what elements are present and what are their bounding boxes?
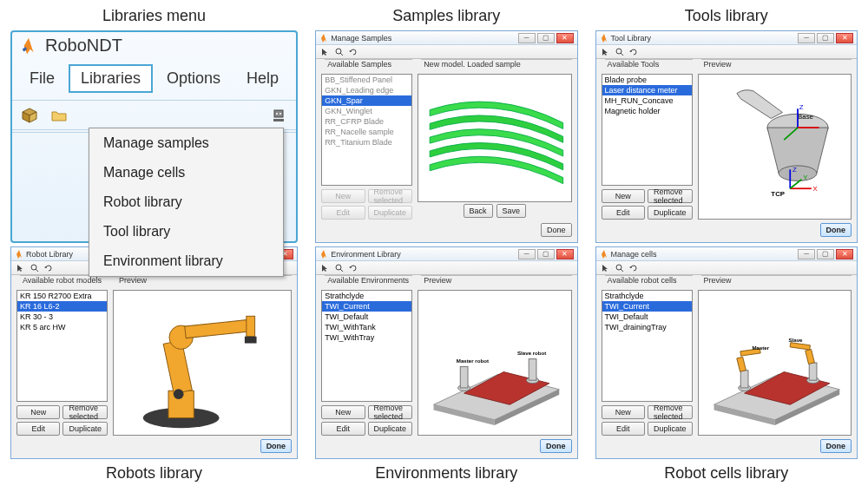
list-item[interactable]: RR_CFRP Blade xyxy=(322,116,411,127)
close-button[interactable]: ✕ xyxy=(556,33,574,43)
edit-button[interactable]: Edit xyxy=(321,422,365,436)
remove-button[interactable]: Remove selected xyxy=(368,189,413,203)
done-button[interactable]: Done xyxy=(820,439,852,453)
cube-icon[interactable] xyxy=(21,107,38,124)
new-button[interactable]: New xyxy=(16,405,60,419)
dropdown-robot-library[interactable]: Robot library xyxy=(89,187,283,217)
list-item[interactable]: KR 150 R2700 Extra xyxy=(17,291,107,301)
list-item[interactable]: TWI_drainingTray xyxy=(602,322,692,332)
maximize-button[interactable]: ▢ xyxy=(537,249,555,259)
close-button[interactable]: ✕ xyxy=(836,33,853,43)
list-item[interactable]: GKN_Leading edge xyxy=(322,85,411,95)
list-item[interactable]: Magnetic holder xyxy=(602,106,692,116)
dropdown-tool-library[interactable]: Tool library xyxy=(89,217,283,246)
list-item[interactable]: TWI_WithTank xyxy=(322,322,411,332)
list-item[interactable]: TWI_Current xyxy=(322,301,411,312)
robot-icon[interactable] xyxy=(270,107,287,124)
cursor-icon[interactable] xyxy=(321,48,330,56)
robots-list[interactable]: KR 150 R2700 ExtraKR 16 L6-2KR 30 - 3KR … xyxy=(16,290,108,402)
remove-button[interactable]: Remove selected xyxy=(648,405,693,419)
dropdown-manage-samples[interactable]: Manage samples xyxy=(89,128,283,158)
rotate-icon[interactable] xyxy=(629,48,638,56)
list-item[interactable]: TWI_Current xyxy=(602,301,692,312)
minimize-button[interactable]: ─ xyxy=(518,33,536,43)
maximize-button[interactable]: ▢ xyxy=(817,249,834,259)
new-button[interactable]: New xyxy=(321,405,365,419)
tools-list[interactable]: Blade probeLaser distance meterMH_RUN_Co… xyxy=(602,74,693,186)
list-item[interactable]: BB_Stiffened Panel xyxy=(322,75,411,85)
dropdown-manage-cells[interactable]: Manage cells xyxy=(89,158,283,187)
list-item[interactable]: MH_RUN_Concave xyxy=(602,95,692,106)
environments-list[interactable]: StrathclydeTWI_CurrentTWI_DefaultTWI_Wit… xyxy=(321,290,412,402)
caption-robots: Robots library xyxy=(10,463,298,484)
done-button[interactable]: Done xyxy=(260,439,293,453)
list-item[interactable]: KR 30 - 3 xyxy=(17,312,107,322)
zoom-icon[interactable] xyxy=(615,264,624,272)
done-button[interactable]: Done xyxy=(820,223,852,237)
remove-button[interactable]: Remove selected xyxy=(648,189,693,203)
menu-help[interactable]: Help xyxy=(234,64,291,93)
list-item[interactable]: TWI_Default xyxy=(602,312,692,322)
maximize-button[interactable]: ▢ xyxy=(817,33,834,43)
duplicate-button[interactable]: Duplicate xyxy=(368,422,413,436)
duplicate-button[interactable]: Duplicate xyxy=(648,422,693,436)
cursor-icon[interactable] xyxy=(602,264,610,272)
maximize-button[interactable]: ▢ xyxy=(537,33,555,43)
edit-button[interactable]: Edit xyxy=(602,206,645,220)
remove-button[interactable]: Remove selected xyxy=(368,405,413,419)
menu-file[interactable]: File xyxy=(17,64,67,93)
list-item[interactable]: Blade probe xyxy=(602,75,692,85)
cursor-icon[interactable] xyxy=(321,264,330,272)
list-item[interactable]: Strathclyde xyxy=(602,291,692,301)
samples-title: Manage Samples xyxy=(331,34,391,43)
folder-icon[interactable] xyxy=(50,107,68,124)
svg-rect-4 xyxy=(273,119,284,121)
zoom-icon[interactable] xyxy=(30,264,39,272)
list-item[interactable]: TWI_WithTray xyxy=(322,332,411,343)
list-item[interactable]: Strathclyde xyxy=(322,291,411,301)
back-button[interactable]: Back xyxy=(464,204,493,218)
minimize-button[interactable]: ─ xyxy=(798,249,815,259)
list-item[interactable]: TWI_Default xyxy=(322,312,411,322)
list-item[interactable]: KR 5 arc HW xyxy=(17,322,107,332)
zoom-icon[interactable] xyxy=(335,48,344,56)
minimize-button[interactable]: ─ xyxy=(798,33,815,43)
environments-title: Environment Library xyxy=(331,250,401,259)
zoom-icon[interactable] xyxy=(615,48,624,56)
new-button[interactable]: New xyxy=(321,189,365,203)
list-item[interactable]: GKN_Spar xyxy=(322,95,411,106)
save-button[interactable]: Save xyxy=(496,204,527,218)
duplicate-button[interactable]: Duplicate xyxy=(62,422,108,436)
close-button[interactable]: ✕ xyxy=(556,249,574,259)
cursor-icon[interactable] xyxy=(16,264,25,272)
rotate-icon[interactable] xyxy=(44,264,53,272)
rotate-icon[interactable] xyxy=(349,264,358,272)
edit-button[interactable]: Edit xyxy=(321,206,365,220)
cells-list[interactable]: StrathclydeTWI_CurrentTWI_DefaultTWI_dra… xyxy=(602,290,693,402)
new-button[interactable]: New xyxy=(602,189,645,203)
list-item[interactable]: GKN_Winglet xyxy=(322,106,411,116)
edit-button[interactable]: Edit xyxy=(602,422,645,436)
close-button[interactable]: ✕ xyxy=(836,249,853,259)
rotate-icon[interactable] xyxy=(629,264,638,272)
duplicate-button[interactable]: Duplicate xyxy=(368,206,413,220)
new-button[interactable]: New xyxy=(602,405,645,419)
duplicate-button[interactable]: Duplicate xyxy=(648,206,693,220)
samples-list[interactable]: BB_Stiffened PanelGKN_Leading edgeGKN_Sp… xyxy=(321,74,412,186)
tools-list-label: Available Tools xyxy=(605,59,693,69)
menu-libraries[interactable]: Libraries xyxy=(69,64,153,93)
list-item[interactable]: RR_Nacelle sample xyxy=(322,127,411,137)
cursor-icon[interactable] xyxy=(602,48,610,56)
done-button[interactable]: Done xyxy=(541,223,572,237)
list-item[interactable]: KR 16 L6-2 xyxy=(17,301,107,312)
minimize-button[interactable]: ─ xyxy=(518,249,536,259)
remove-button[interactable]: Remove selected xyxy=(62,405,108,419)
list-item[interactable]: RR_Titanium Blade xyxy=(322,137,411,148)
edit-button[interactable]: Edit xyxy=(16,422,60,436)
zoom-icon[interactable] xyxy=(335,264,344,272)
menu-options[interactable]: Options xyxy=(155,64,233,93)
list-item[interactable]: Laser distance meter xyxy=(602,85,692,95)
done-button[interactable]: Done xyxy=(540,439,572,453)
dropdown-environment-library[interactable]: Environment library xyxy=(89,246,283,276)
rotate-icon[interactable] xyxy=(349,48,358,56)
